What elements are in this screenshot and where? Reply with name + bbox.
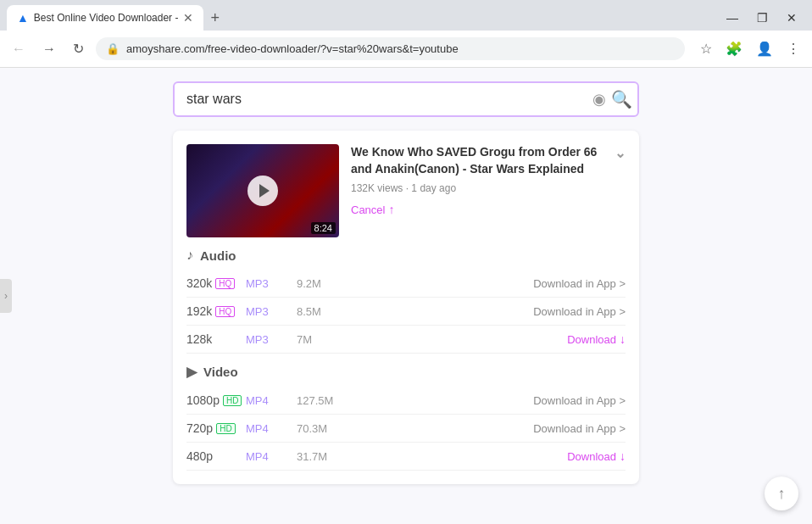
profile-button[interactable]: 👤: [751, 37, 778, 60]
download-app-720p[interactable]: Download in App >: [533, 422, 626, 435]
forward-button[interactable]: →: [37, 38, 61, 60]
quality-720p: 720p HD: [186, 421, 246, 435]
video-info: 8:24 We Know Who SAVED Grogu from Order …: [186, 144, 626, 237]
quality-192k: 192k HQ: [186, 304, 246, 318]
audio-section-title: ♪ Audio: [186, 248, 626, 263]
search-clear-button[interactable]: ◉: [592, 90, 606, 109]
format-mp4-2: MP4: [246, 422, 297, 435]
duration-badge: 8:24: [311, 222, 336, 234]
active-tab[interactable]: ▲ Best Online Video Downloader - ✕: [7, 5, 203, 31]
format-mp3-2: MP3: [246, 305, 297, 318]
url-text: amoyshare.com/free-video-downloader/?v=s…: [126, 42, 675, 55]
quality-1080p: 1080p HD: [186, 393, 246, 407]
video-row-720p: 720p HD MP4 70.3M Download in App >: [186, 415, 626, 443]
play-button[interactable]: [247, 176, 278, 206]
video-row-1080p: 1080p HD MP4 127.5M Download in App >: [186, 387, 626, 415]
download-480p[interactable]: Download ↓: [567, 449, 626, 463]
page-content: › ◉ 🔍 8:24 We Know Who SAVED Grogu from …: [0, 68, 812, 524]
search-button[interactable]: 🔍: [611, 89, 632, 109]
video-title: We Know Who SAVED Grogu from Order 66 an…: [351, 144, 626, 177]
size-70m: 70.3M: [297, 422, 533, 435]
quality-128k: 128k: [186, 332, 246, 346]
left-expand-tab[interactable]: ›: [0, 279, 12, 313]
search-input[interactable]: [173, 81, 639, 117]
menu-button[interactable]: ⋮: [781, 37, 805, 60]
new-tab-button[interactable]: +: [203, 6, 226, 31]
video-thumbnail[interactable]: 8:24: [186, 144, 339, 237]
quality-320k: 320k HQ: [186, 276, 246, 290]
refresh-button[interactable]: ↻: [68, 37, 89, 60]
format-mp3-3: MP3: [246, 333, 297, 346]
video-row-480p: 480p MP4 31.7M Download ↓: [186, 443, 626, 471]
close-button[interactable]: ✕: [778, 8, 805, 28]
size-7m: 7M: [297, 333, 567, 346]
minimize-button[interactable]: —: [718, 8, 747, 28]
download-app-192k[interactable]: Download in App >: [533, 305, 626, 318]
search-container: ◉ 🔍: [173, 81, 639, 117]
format-mp4-3: MP4: [246, 450, 297, 463]
hd-badge-720: HD: [216, 423, 235, 434]
tab-label: Best Online Video Downloader -: [34, 12, 179, 24]
download-app-1080p[interactable]: Download in App >: [533, 394, 626, 407]
expand-icon[interactable]: ⌄: [615, 144, 626, 163]
size-8m5: 8.5M: [297, 305, 533, 318]
audio-row-320k: 320k HQ MP3 9.2M Download in App >: [186, 270, 626, 298]
url-bar[interactable]: 🔒 amoyshare.com/free-video-downloader/?v…: [96, 37, 685, 60]
extensions-button[interactable]: 🧩: [720, 37, 748, 60]
bookmark-button[interactable]: ☆: [695, 37, 717, 60]
result-card: 8:24 We Know Who SAVED Grogu from Order …: [173, 131, 639, 484]
format-mp3-1: MP3: [246, 277, 297, 290]
hq-badge-192: HQ: [215, 306, 235, 317]
scroll-to-top-button[interactable]: ↑: [765, 477, 798, 510]
tab-favicon: ▲: [17, 11, 29, 25]
size-127m: 127.5M: [297, 394, 533, 407]
size-31m: 31.7M: [297, 450, 567, 463]
video-icon: ▶: [186, 364, 197, 380]
cancel-button[interactable]: Cancel ↑: [351, 203, 394, 216]
audio-icon: ♪: [186, 248, 193, 263]
lock-icon: 🔒: [106, 42, 120, 55]
download-128k[interactable]: Download ↓: [567, 332, 626, 346]
tab-close-button[interactable]: ✕: [183, 11, 193, 25]
audio-row-128k: 128k MP3 7M Download ↓: [186, 326, 626, 354]
hq-badge: HQ: [215, 278, 235, 289]
video-meta: We Know Who SAVED Grogu from Order 66 an…: [351, 144, 626, 237]
restore-button[interactable]: ❐: [748, 8, 776, 28]
hd-badge-1080: HD: [223, 395, 242, 406]
back-button[interactable]: ←: [7, 38, 31, 60]
size-9m2: 9.2M: [297, 277, 533, 290]
format-mp4-1: MP4: [246, 394, 297, 407]
play-icon: [259, 184, 270, 198]
quality-480p: 480p: [186, 449, 246, 463]
navigation-bar: ← → ↻ 🔒 amoyshare.com/free-video-downloa…: [0, 31, 812, 68]
video-stats: 132K views · 1 day ago: [351, 182, 626, 194]
video-section-title: ▶ Video: [186, 364, 626, 380]
download-app-320k[interactable]: Download in App >: [533, 277, 626, 290]
audio-row-192k: 192k HQ MP3 8.5M Download in App >: [186, 298, 626, 326]
